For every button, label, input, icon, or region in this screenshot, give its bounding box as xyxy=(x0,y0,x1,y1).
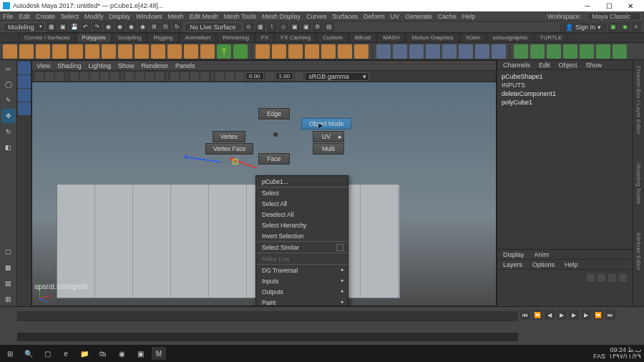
poly-pyramid-icon[interactable] xyxy=(135,44,149,59)
menu-mesh[interactable]: Mesh xyxy=(168,13,184,20)
ctx-paint[interactable]: Paint xyxy=(256,297,348,305)
go-end-button[interactable]: ⏭ xyxy=(605,310,615,320)
shelf-tab-mash[interactable]: MASH xyxy=(377,33,405,42)
shelf-tab-bifrost[interactable]: Bifrost xyxy=(349,33,377,42)
tab-display[interactable]: Display xyxy=(503,251,525,258)
statusline-icon[interactable]: 💾 xyxy=(69,22,79,32)
gamma-field[interactable]: 1.00 xyxy=(275,72,294,80)
marking-edge[interactable]: Edge xyxy=(258,108,290,119)
shelf-tab-rigging[interactable]: Rigging xyxy=(147,33,178,42)
poly-type-icon[interactable]: T xyxy=(217,44,231,59)
menu-uv[interactable]: UV xyxy=(391,13,400,20)
poly-pipe-icon[interactable] xyxy=(167,44,182,59)
vp-menu-view[interactable]: View xyxy=(36,62,50,69)
workspace-dropdown[interactable]: Maya Classic xyxy=(587,12,641,21)
layout-preset[interactable] xyxy=(18,75,31,88)
ctx-outputs[interactable]: Outputs xyxy=(256,286,348,297)
mode-dropdown[interactable]: Modeling xyxy=(3,22,45,32)
sculpt-icon[interactable] xyxy=(613,44,627,59)
vp-icon[interactable] xyxy=(190,72,199,81)
maya-taskbar-icon[interactable]: M xyxy=(152,347,166,360)
poly-disc-icon[interactable] xyxy=(102,44,116,59)
marketplace-icon[interactable]: ▣ xyxy=(608,22,618,32)
next-key-button[interactable]: ▶ xyxy=(581,310,591,320)
poly-sphere-icon[interactable] xyxy=(3,44,17,59)
svg-icon[interactable] xyxy=(233,44,248,59)
minimize-button[interactable]: ─ xyxy=(577,0,598,11)
menu-surfaces[interactable]: Surfaces xyxy=(333,13,358,20)
render-settings-icon[interactable]: ⚙ xyxy=(313,22,323,32)
marking-vertex[interactable]: Vertex xyxy=(213,131,245,142)
statusline-icon[interactable]: ◉ xyxy=(127,22,137,32)
marking-vertex-face[interactable]: Vertex Face xyxy=(205,143,253,155)
render-icon[interactable]: ▣ xyxy=(290,22,300,32)
close-button[interactable]: ✕ xyxy=(620,0,641,11)
toggle-icon[interactable]: ≡ xyxy=(631,22,641,32)
vp-icon[interactable] xyxy=(200,72,209,81)
shelf-tab-xgen[interactable]: XGen xyxy=(460,33,486,42)
search-icon[interactable]: 🔍 xyxy=(21,347,36,360)
smooth-icon[interactable] xyxy=(288,44,303,59)
colorspace-dropdown[interactable]: sRGB gamma▾ xyxy=(305,72,369,81)
vp-icon[interactable] xyxy=(215,72,224,81)
vp-icon[interactable] xyxy=(295,72,303,81)
sidetab-attribute-editor[interactable]: Attribute Editor xyxy=(635,233,642,270)
magnet-icon[interactable]: ⊙ xyxy=(244,22,254,32)
shelf-tab-polygons[interactable]: Polygons xyxy=(77,33,112,42)
menu-edit[interactable]: Edit xyxy=(19,13,31,20)
vp-icon[interactable] xyxy=(145,72,154,81)
layout-stack-icon[interactable]: ▥ xyxy=(1,292,16,306)
statusline-icon[interactable]: ◉ xyxy=(115,22,125,32)
viewport-3d[interactable]: Edge Object Mode Vertex UV Vertex Face M… xyxy=(32,82,496,305)
vp-menu-shading[interactable]: Shading xyxy=(57,62,81,69)
vp-icon[interactable] xyxy=(110,72,119,81)
statusline-icon[interactable]: ⊟ xyxy=(161,22,171,32)
input-node[interactable]: polyCube1 xyxy=(502,98,628,107)
marketplace-icon[interactable]: ◉ xyxy=(620,22,630,32)
crease-icon[interactable] xyxy=(596,44,610,59)
extrude-icon[interactable] xyxy=(376,44,391,59)
multicut-icon[interactable] xyxy=(514,44,528,59)
menu-edit-mesh[interactable]: Edit Mesh xyxy=(190,13,218,20)
bevel-icon[interactable] xyxy=(409,44,424,59)
layout-single-icon[interactable]: ▢ xyxy=(1,245,16,259)
tab-help[interactable]: Help xyxy=(565,261,578,268)
grid-snap-icon[interactable]: ▦ xyxy=(255,22,265,32)
lasso-tool[interactable]: ◯ xyxy=(1,77,16,92)
remesh-icon[interactable] xyxy=(338,44,352,59)
paint-select-tool[interactable]: ✎ xyxy=(1,93,16,107)
layer-btn[interactable] xyxy=(619,274,627,282)
range-slider[interactable] xyxy=(17,333,518,341)
menu-windows[interactable]: Windows xyxy=(136,13,162,20)
tab-options[interactable]: Options xyxy=(532,261,555,268)
mirror-icon[interactable] xyxy=(354,44,369,59)
vp-icon[interactable] xyxy=(265,72,274,81)
z-axis-handle[interactable] xyxy=(185,157,221,163)
poly-platonic-icon[interactable] xyxy=(118,44,132,59)
menu-create[interactable]: Create xyxy=(36,13,55,20)
shelf-tab-turtle[interactable]: TURTLE xyxy=(535,33,568,42)
exposure-field[interactable]: 0.00 xyxy=(245,72,264,80)
marking-face[interactable]: Face xyxy=(258,153,290,165)
layout-four-icon[interactable]: ▦ xyxy=(1,260,16,275)
shelf-tab-fxcaching[interactable]: FX Caching xyxy=(275,33,316,42)
curve-snap-icon[interactable]: ⌇ xyxy=(267,22,277,32)
vp-icon[interactable] xyxy=(80,72,89,81)
select-tool[interactable]: ▱ xyxy=(1,62,16,76)
tab-layers[interactable]: Layers xyxy=(503,261,522,268)
sidetab-modeling-toolkit[interactable]: Modeling Toolkit xyxy=(635,163,642,204)
sidetab-channelbox[interactable]: Channel Box / Layer Editor xyxy=(635,66,642,134)
vp-icon[interactable] xyxy=(155,72,164,81)
poly-cone-icon[interactable] xyxy=(52,44,67,59)
panel-layout-icon[interactable]: ▤ xyxy=(324,22,334,32)
shelf-tab-custom[interactable]: Custom xyxy=(317,33,348,42)
menu-select[interactable]: Select xyxy=(61,13,79,20)
quaddraw-icon[interactable] xyxy=(580,44,594,59)
step-forward-button[interactable]: ⏩ xyxy=(593,310,603,320)
go-start-button[interactable]: ⏮ xyxy=(520,310,530,320)
insert-edge-icon[interactable] xyxy=(530,44,545,59)
cube-geometry[interactable] xyxy=(57,184,400,298)
layer-btn[interactable] xyxy=(597,274,605,282)
menu-help[interactable]: Help xyxy=(462,13,476,20)
camtasia-icon[interactable]: ▣ xyxy=(133,347,147,360)
